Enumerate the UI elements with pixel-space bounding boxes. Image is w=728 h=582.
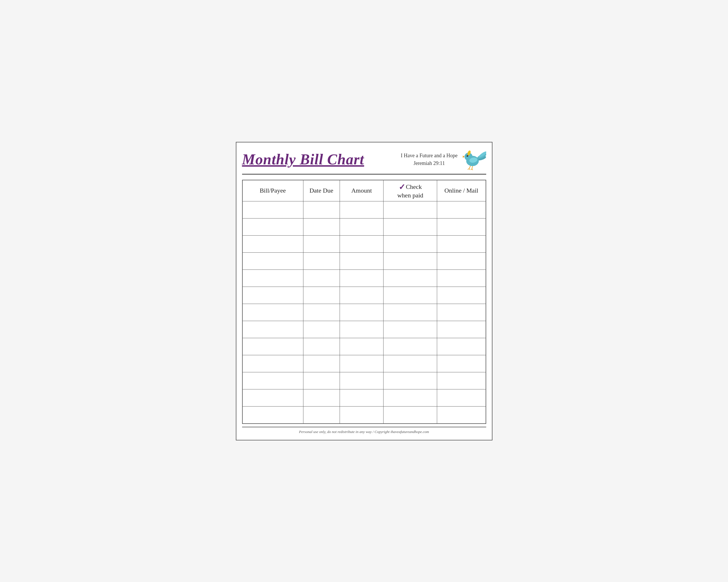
table-cell <box>384 321 437 338</box>
svg-line-10 <box>469 166 470 169</box>
table-cell <box>437 201 486 219</box>
table-cell <box>340 338 384 355</box>
page-title: Monthly Bill Chart <box>242 151 364 167</box>
table-cell <box>437 389 486 407</box>
table-cell <box>384 338 437 355</box>
table-cell <box>303 287 340 304</box>
table-cell <box>242 389 304 407</box>
table-cell <box>340 389 384 407</box>
table-cell <box>437 321 486 338</box>
table-cell <box>340 235 384 253</box>
svg-line-12 <box>468 169 469 169</box>
table-cell <box>340 304 384 321</box>
table-header-row: Bill/Payee Date Due Amount ✓ Check when … <box>242 180 486 201</box>
table-cell <box>303 235 340 253</box>
table-cell <box>437 253 486 270</box>
table-cell <box>340 219 384 235</box>
table-cell <box>242 338 304 355</box>
table-cell <box>303 407 340 424</box>
table-cell <box>303 219 340 235</box>
table-cell <box>437 372 486 389</box>
table-row <box>242 321 486 338</box>
table-cell <box>384 253 437 270</box>
table-row <box>242 270 486 287</box>
table-cell <box>340 270 384 287</box>
table-row <box>242 389 486 407</box>
svg-line-13 <box>469 169 470 170</box>
table-cell <box>303 355 340 372</box>
table-cell <box>437 355 486 372</box>
table-cell <box>242 321 304 338</box>
table-cell <box>384 389 437 407</box>
table-cell <box>242 270 304 287</box>
page: Monthly Bill Chart I Have a Future and a… <box>236 142 492 440</box>
table-row <box>242 201 486 219</box>
table-row <box>242 304 486 321</box>
header-right: I Have a Future and a Hope Jeremiah 29:1… <box>401 148 486 171</box>
table-cell <box>303 304 340 321</box>
table-row <box>242 338 486 355</box>
table-row <box>242 355 486 372</box>
table-cell <box>384 235 437 253</box>
table-cell <box>242 235 304 253</box>
table-cell <box>340 355 384 372</box>
table-cell <box>437 219 486 235</box>
col-header-online: Online / Mail <box>437 180 486 201</box>
table-row <box>242 407 486 424</box>
table-cell <box>303 372 340 389</box>
table-cell <box>340 253 384 270</box>
header: Monthly Bill Chart I Have a Future and a… <box>242 148 486 175</box>
table-cell <box>303 321 340 338</box>
checkmark-icon: ✓ <box>399 182 405 192</box>
table-cell <box>242 253 304 270</box>
table-cell <box>384 270 437 287</box>
footer: Personal use only, do not redistribute i… <box>242 427 486 434</box>
svg-line-11 <box>472 166 472 169</box>
svg-line-15 <box>472 169 473 170</box>
table-cell <box>303 389 340 407</box>
table-cell <box>340 321 384 338</box>
col-header-date: Date Due <box>303 180 340 201</box>
table-row <box>242 372 486 389</box>
table-cell <box>384 201 437 219</box>
table-cell <box>384 407 437 424</box>
table-row <box>242 235 486 253</box>
table-cell <box>384 304 437 321</box>
table-cell <box>437 338 486 355</box>
table-cell <box>384 287 437 304</box>
table-cell <box>340 407 384 424</box>
svg-marker-5 <box>463 156 465 158</box>
col-header-bill: Bill/Payee <box>242 180 304 201</box>
table-row <box>242 219 486 235</box>
table-cell <box>437 270 486 287</box>
table-cell <box>242 201 304 219</box>
table-cell <box>437 287 486 304</box>
table-cell <box>242 304 304 321</box>
svg-point-7 <box>467 155 467 156</box>
table-cell <box>303 338 340 355</box>
table-cell <box>303 201 340 219</box>
table-cell <box>437 304 486 321</box>
scripture-text: I Have a Future and a Hope Jeremiah 29:1… <box>401 152 458 167</box>
table-row <box>242 287 486 304</box>
table-cell <box>384 355 437 372</box>
table-cell <box>384 219 437 235</box>
table-cell <box>340 287 384 304</box>
table-row <box>242 253 486 270</box>
table-cell <box>437 407 486 424</box>
table-cell <box>242 355 304 372</box>
table-cell <box>242 372 304 389</box>
table-cell <box>437 235 486 253</box>
col-header-check: ✓ Check when paid <box>384 180 437 201</box>
table-cell <box>303 270 340 287</box>
table-cell <box>303 253 340 270</box>
table-cell <box>340 201 384 219</box>
bird-icon <box>461 148 486 171</box>
bill-table: Bill/Payee Date Due Amount ✓ Check when … <box>242 180 486 424</box>
table-cell <box>384 372 437 389</box>
table-cell <box>242 219 304 235</box>
table-cell <box>340 372 384 389</box>
table-cell <box>242 287 304 304</box>
table-cell <box>242 407 304 424</box>
col-header-amount: Amount <box>340 180 384 201</box>
